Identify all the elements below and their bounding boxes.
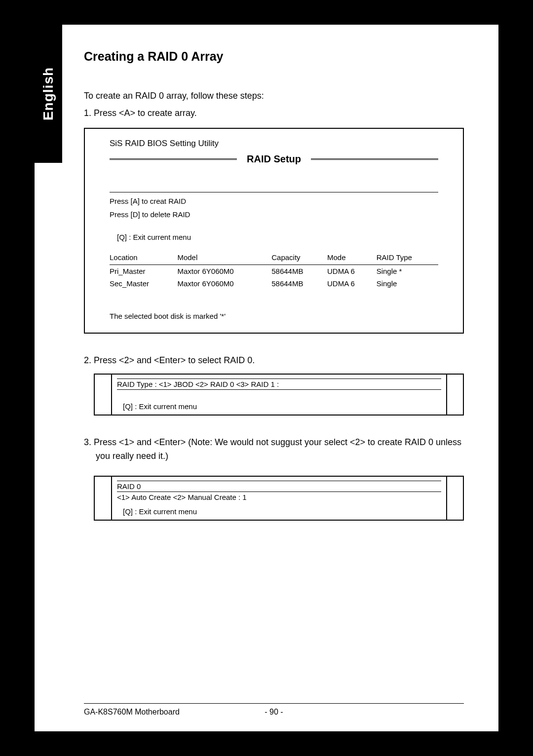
divider bbox=[117, 378, 441, 379]
divider bbox=[117, 481, 441, 481]
create-mode-prompt: <1> Auto Create <2> Manual Create : 1 bbox=[117, 493, 441, 501]
raid-setup-header: RAID Setup bbox=[110, 153, 438, 165]
page-heading: Creating a RAID 0 Array bbox=[84, 49, 464, 64]
cell-location: Sec_Master bbox=[110, 277, 177, 290]
bios-screenshot-1: SiS RAID BIOS Setting Utility RAID Setup… bbox=[84, 128, 464, 334]
cell-capacity: 58644MB bbox=[271, 277, 327, 290]
bios-screenshot-3: RAID 0 <1> Auto Create <2> Manual Create… bbox=[94, 476, 464, 521]
instr-create: Press [A] to creat RAID bbox=[110, 195, 438, 207]
table-row: Sec_Master Maxtor 6Y060M0 58644MB UDMA 6… bbox=[110, 277, 438, 290]
box-left-stub bbox=[100, 477, 112, 520]
cell-mode: UDMA 6 bbox=[327, 265, 377, 277]
boot-disk-note: The selected boot disk is marked '*' bbox=[110, 312, 438, 320]
exit-prompt: [Q] : Exit current menu bbox=[117, 507, 441, 516]
page-content: Creating a RAID 0 Array To create an RAI… bbox=[35, 25, 498, 555]
exit-prompt: [Q] : Exit current menu bbox=[117, 402, 441, 411]
step-2: 2. Press <2> and <Enter> to select RAID … bbox=[84, 353, 464, 368]
header-line-left bbox=[110, 158, 237, 160]
step-3: 3. Press <1> and <Enter> (Note: We would… bbox=[84, 435, 464, 464]
step-1: 1. Press <A> to create array. bbox=[84, 106, 464, 120]
box-right-stub bbox=[452, 378, 458, 412]
disk-table: Location Model Capacity Mode RAID Type P… bbox=[110, 251, 438, 290]
col-mode: Mode bbox=[327, 251, 377, 265]
language-tab: English bbox=[35, 25, 62, 163]
page-footer: GA-K8S760M Motherboard - 90 - bbox=[84, 703, 464, 717]
bios-utility-title: SiS RAID BIOS Setting Utility bbox=[110, 139, 438, 149]
instr-exit: [Q] : Exit current menu bbox=[117, 233, 438, 241]
footer-product: GA-K8S760M Motherboard bbox=[84, 708, 180, 717]
box-content: RAID Type : <1> JBOD <2> RAID 0 <3> RAID… bbox=[117, 375, 447, 415]
raid-setup-title: RAID Setup bbox=[237, 153, 311, 165]
cell-mode: UDMA 6 bbox=[327, 277, 377, 290]
cell-capacity: 58644MB bbox=[271, 265, 327, 277]
cell-raid-type: Single bbox=[377, 277, 438, 290]
col-model: Model bbox=[177, 251, 271, 265]
footer-page-number: - 90 - bbox=[265, 708, 283, 717]
language-label: English bbox=[40, 67, 56, 120]
table-header-row: Location Model Capacity Mode RAID Type bbox=[110, 251, 438, 265]
document-page: English Creating a RAID 0 Array To creat… bbox=[35, 25, 498, 731]
box-right-stub bbox=[452, 480, 458, 517]
box-content: RAID 0 <1> Auto Create <2> Manual Create… bbox=[117, 477, 447, 520]
cell-model: Maxtor 6Y060M0 bbox=[177, 277, 271, 290]
raid-type-prompt: RAID Type : <1> JBOD <2> RAID 0 <3> RAID… bbox=[117, 380, 441, 390]
col-location: Location bbox=[110, 251, 177, 265]
intro-text: To create an RAID 0 array, follow these … bbox=[84, 91, 464, 101]
table-row: Pri_Master Maxtor 6Y060M0 58644MB UDMA 6… bbox=[110, 265, 438, 277]
box-left-stub bbox=[100, 375, 112, 415]
col-raid-type: RAID Type bbox=[377, 251, 438, 265]
bios-screenshot-2: RAID Type : <1> JBOD <2> RAID 0 <3> RAID… bbox=[94, 374, 464, 416]
header-line-right bbox=[311, 158, 438, 160]
col-capacity: Capacity bbox=[271, 251, 327, 265]
raid-body: Press [A] to creat RAID Press [D] to del… bbox=[110, 192, 438, 320]
cell-location: Pri_Master bbox=[110, 265, 177, 277]
cell-raid-type: Single * bbox=[377, 265, 438, 277]
instr-delete: Press [D] to delete RAID bbox=[110, 209, 438, 221]
raid0-label: RAID 0 bbox=[117, 482, 441, 492]
cell-model: Maxtor 6Y060M0 bbox=[177, 265, 271, 277]
